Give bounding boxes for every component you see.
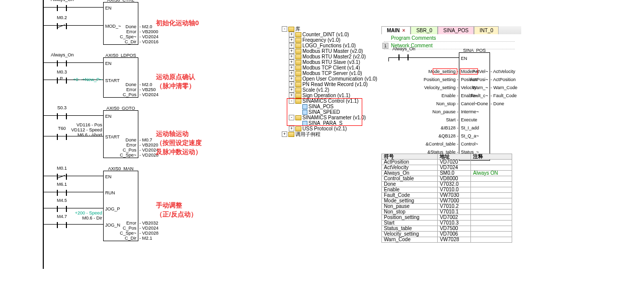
col-header[interactable]: 符号 [382, 154, 438, 160]
folder-icon [295, 49, 301, 54]
tree-item[interactable]: +Modbus RTU Master2 (v2.0) [282, 54, 377, 59]
table-row[interactable]: Warn_CodeVW7028 [382, 237, 512, 243]
contact[interactable]: S0.3 [55, 110, 69, 119]
folder-icon [295, 32, 301, 37]
contact[interactable]: Always_On [55, 57, 69, 66]
expand-icon[interactable]: + [289, 76, 294, 82]
tree-item[interactable]: +Frequency (v1.0) [282, 37, 377, 43]
tree-item[interactable]: +Open User Communication (v1.0) [282, 76, 377, 82]
program-comments[interactable]: Program Comments [384, 35, 515, 42]
contact[interactable]: M6.1 [55, 187, 69, 196]
col-header[interactable]: 注释 [471, 154, 512, 160]
ladder-network-0[interactable]: Always_OnM0.2AXIS0_CTRLENMOD_~Done- M2.0… [43, 1, 274, 54]
tree-item[interactable]: +Modbus TCP Server (v1.0) [282, 70, 377, 76]
library-tree: -库+Counter_DINT (v1.0)+Frequency (v1.0)+… [282, 26, 377, 137]
editor-tabs: MAIN×SBR_0SINA_POSINT_0 [381, 26, 521, 34]
wire [388, 57, 389, 61]
folder-icon [295, 77, 301, 82]
table-row[interactable]: Fault_CodeVW7030 [382, 193, 512, 198]
tree-item[interactable]: +调用子例程 [282, 131, 377, 137]
expand-icon[interactable]: + [289, 48, 294, 54]
highlight-box [287, 98, 362, 126]
ladder-network-3[interactable]: M0.1M6.1M4.5M4.7AXIS0_MANENRUNJOG_PJOG_N… [43, 170, 274, 250]
function-block[interactable]: AXIS0_CTRLENMOD_~Done- M2.0Error- VB2000… [103, 2, 138, 45]
folder-icon [295, 71, 301, 76]
table-row[interactable]: Position_settingVD7002 [382, 215, 512, 221]
expand-icon[interactable]: + [289, 65, 294, 70]
expand-icon[interactable]: + [289, 82, 294, 87]
contact[interactable]: M4.7 [55, 219, 69, 228]
folder-icon [295, 93, 301, 98]
tree-item[interactable]: +Counter_DINT (v1.0) [282, 32, 377, 37]
contact[interactable]: Always_On [55, 2, 69, 11]
tree-item[interactable]: +Modbus RTU Slave (v3.1) [282, 59, 377, 65]
tree-item[interactable]: +PN Read Write Record (v1.0) [282, 82, 377, 87]
folder-icon [295, 60, 301, 65]
tree-item[interactable]: +Modbus TCP Client (v1.4) [282, 65, 377, 70]
contact-always-on[interactable]: Always_On [396, 51, 411, 60]
program-editor: MAIN×SBR_0SINA_POSINT_0 Program Comments… [381, 26, 521, 288]
function-block[interactable]: AXIS0_GOTOENSTARTDone- M0.7Error- VB2020… [103, 110, 138, 158]
table-row[interactable]: StartV7010.3 [382, 221, 512, 226]
function-block[interactable]: AXIS0_LDPOSENSTARTDone- M2.0Error- VB250… [103, 57, 138, 98]
expand-icon[interactable]: + [289, 59, 294, 65]
tree-item[interactable]: -库 [282, 26, 377, 32]
expand-icon[interactable]: + [289, 32, 294, 37]
expand-icon[interactable]: + [289, 70, 294, 76]
function-block[interactable]: AXIS0_MANENRUNJOG_PJOG_NError- VB2032C_P… [103, 171, 138, 241]
ladder-panel: Always_OnM0.2AXIS0_CTRLENMOD_~Done- M2.0… [43, 0, 274, 289]
folder-icon [295, 43, 301, 48]
tab-int_0[interactable]: INT_0 [474, 26, 499, 34]
expand-icon[interactable]: + [289, 54, 294, 59]
folder-icon [288, 27, 294, 32]
network-comment: 手动调整（正/反点动） [156, 201, 197, 219]
collapse-icon[interactable]: - [282, 26, 287, 32]
folder-icon [295, 38, 301, 43]
ladder-network-2[interactable]: S0.3T60AXIS0_GOTOENSTARTDone- M0.7Error-… [43, 109, 274, 167]
tab-main[interactable]: MAIN× [381, 26, 411, 34]
expand-icon[interactable]: + [289, 93, 294, 98]
expand-icon[interactable]: + [289, 87, 294, 93]
contact[interactable]: M0.3P [55, 75, 69, 84]
close-icon[interactable]: × [403, 28, 406, 33]
contact[interactable]: M4.5 [55, 203, 69, 212]
tab-sbr_0[interactable]: SBR_0 [411, 26, 438, 34]
folder-icon [295, 126, 301, 131]
table-row[interactable]: Control_tableVD8000 [382, 176, 512, 182]
folder-icon [288, 132, 294, 137]
tree-item[interactable]: +USS Protocol (v2.1) [282, 126, 377, 131]
table-row[interactable]: ActPositionVD7020 [382, 160, 512, 165]
tree-item[interactable]: +Scale (v1.2) [282, 87, 377, 93]
expand-icon[interactable]: + [289, 43, 294, 48]
network-comment: 运动原点确认（脉冲清零） [156, 73, 195, 91]
expand-icon[interactable]: + [289, 126, 294, 131]
table-row[interactable]: DoneV7032.0 [382, 182, 512, 187]
tree-item[interactable]: +LOGO_Functions (v1.0) [282, 43, 377, 48]
table-row[interactable]: Velocity_settingVD7006 [382, 232, 512, 237]
folder-icon [295, 65, 301, 70]
table-row[interactable]: Always_OnSM0.0Always ON [382, 171, 512, 176]
tab-sina_pos[interactable]: SINA_POS [438, 26, 474, 34]
table-row[interactable]: Status_tableVD7500 [382, 226, 512, 232]
table-row[interactable]: EnableV7010.0 [382, 187, 512, 193]
table-row[interactable]: ActVelocityVD7024 [382, 165, 512, 171]
network-comment: 初始化运动轴0 [156, 19, 199, 28]
folder-icon [295, 82, 301, 87]
folder-icon [295, 88, 301, 93]
tree-item[interactable]: +Sign Operation (v1.1) [282, 93, 377, 98]
network-comment: 运动轴运动（按照设定速度及脉冲数运动） [156, 129, 202, 157]
expand-icon[interactable]: + [282, 131, 287, 137]
ladder-network-1[interactable]: Always_OnM0.3PAXIS0_LDPOSENSTARTDone- M2… [43, 56, 274, 107]
table-row[interactable]: Non_pauseV7010.2 [382, 204, 512, 209]
table-row[interactable]: Mode_settingVW7000 [382, 198, 512, 204]
contact[interactable]: M0.2 [55, 20, 69, 29]
col-header[interactable]: 地址 [438, 154, 471, 160]
block-sina-pos[interactable]: SINA_POS ENModeP~Mode_setting -PositionP… [459, 52, 490, 161]
expand-icon[interactable]: + [289, 37, 294, 43]
symbol-table[interactable]: 符号地址注释ActPositionVD7020ActVelocityVD7024… [381, 154, 512, 243]
table-row[interactable]: Non_stopV7010.1 [382, 209, 512, 215]
tree-item[interactable]: +Modbus RTU Master (v2.0) [282, 48, 377, 54]
contact[interactable]: T60 [55, 131, 69, 140]
contact[interactable]: M0.1 [55, 171, 69, 180]
folder-icon [295, 54, 301, 59]
